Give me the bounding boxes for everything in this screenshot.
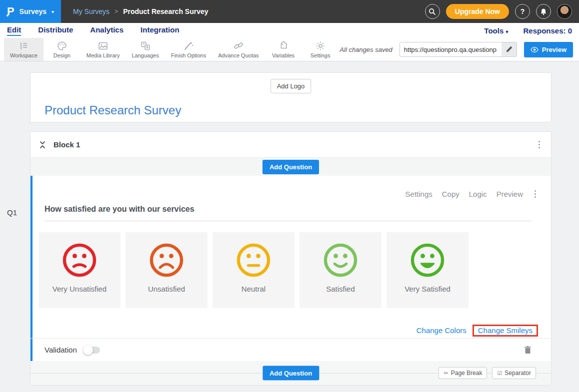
breadcrumb: My Surveys > Product Research Survey bbox=[73, 0, 208, 23]
block-title[interactable]: Block 1 bbox=[54, 140, 80, 149]
add-question-button-top[interactable]: Add Question bbox=[262, 160, 319, 174]
block-card: Block 1 Add Question Q1 SettingsCopyLogi… bbox=[30, 131, 552, 386]
toolbar-item-media-library[interactable]: Media Library bbox=[80, 38, 126, 61]
tab-edit[interactable]: Edit bbox=[7, 25, 21, 36]
breadcrumb-my-surveys[interactable]: My Surveys bbox=[73, 7, 110, 15]
smiley-option-label: Unsatisfied bbox=[148, 285, 185, 293]
block-menu-button[interactable] bbox=[536, 139, 542, 150]
toolbar-item-label: Settings bbox=[310, 52, 330, 58]
editor-toolbar: WorkspaceDesignMedia LibraryALanguagesFi… bbox=[0, 38, 579, 61]
page-break-button[interactable]: ✂ Page Break bbox=[438, 367, 487, 379]
toolbar-item-label: Workspace bbox=[10, 52, 38, 58]
survey-header-card: Add Logo Product Research Survey bbox=[30, 72, 552, 122]
survey-title[interactable]: Product Research Survey bbox=[44, 103, 181, 117]
bell-icon bbox=[540, 8, 547, 15]
smiley-option-label: Neutral bbox=[242, 285, 266, 293]
preview-button[interactable]: Preview bbox=[524, 42, 573, 57]
edit-url-button[interactable] bbox=[502, 46, 516, 53]
smile-big-smiley-icon bbox=[408, 241, 446, 279]
chevron-down-icon: ▾ bbox=[52, 9, 54, 14]
question-preview-link[interactable]: Preview bbox=[496, 190, 523, 198]
surveys-product-switcher[interactable]: P Surveys ▾ bbox=[0, 0, 61, 23]
smiley-option-label: Satisfied bbox=[326, 285, 355, 293]
checkbox-checked-icon: ☑ bbox=[497, 370, 502, 377]
separator-button[interactable]: ☑ Separator bbox=[492, 367, 536, 379]
upgrade-now-button[interactable]: Upgrade Now bbox=[446, 4, 509, 19]
workspace-icon bbox=[18, 40, 29, 51]
smiley-option-label: Very Satisfied bbox=[404, 285, 450, 293]
variables-icon bbox=[278, 40, 289, 51]
toolbar-items: WorkspaceDesignMedia LibraryALanguagesFi… bbox=[4, 38, 339, 61]
change-colors-link[interactable]: Change Colors bbox=[412, 324, 470, 337]
add-question-button-bottom[interactable]: Add Question bbox=[262, 366, 319, 381]
trash-icon bbox=[524, 346, 531, 354]
smiley-option-satisfied[interactable]: Satisfied bbox=[300, 232, 382, 308]
tools-menu[interactable]: Tools ▾ bbox=[484, 26, 508, 35]
question-number-label: Q1 bbox=[7, 208, 17, 217]
help-button[interactable]: ? bbox=[515, 4, 530, 19]
save-status-text: All changes saved bbox=[340, 46, 392, 53]
toolbar-item-languages[interactable]: ALanguages bbox=[126, 38, 164, 61]
validation-toggle[interactable] bbox=[83, 347, 100, 354]
toolbar-item-label: Languages bbox=[132, 52, 158, 58]
notifications-button[interactable] bbox=[536, 4, 551, 19]
user-avatar[interactable] bbox=[557, 4, 572, 19]
smiley-option-label: Very Unsatisfied bbox=[52, 285, 106, 293]
smiley-options-row: Very UnsatisfiedUnsatisfiedNeutralSatisf… bbox=[38, 232, 468, 308]
svg-text:A: A bbox=[146, 45, 148, 49]
toolbar-item-finish-options[interactable]: Finish Options bbox=[165, 38, 212, 61]
finish-options-icon bbox=[183, 40, 194, 51]
collapse-block-button[interactable] bbox=[40, 141, 46, 149]
question-text[interactable]: How satisfied are you with our services bbox=[44, 205, 532, 221]
toolbar-item-settings[interactable]: Settings bbox=[302, 38, 339, 61]
question-settings-link[interactable]: Settings bbox=[406, 190, 432, 198]
advance-quotas-icon bbox=[233, 40, 244, 51]
breadcrumb-separator-icon: > bbox=[114, 8, 118, 15]
toolbar-item-label: Variables bbox=[272, 52, 294, 58]
collapse-icon bbox=[40, 141, 46, 149]
validation-row: Validation bbox=[30, 338, 551, 361]
nav-tabs: EditDistributeAnalyticsIntegration bbox=[7, 25, 180, 36]
question-menu: SettingsCopyLogicPreview bbox=[406, 188, 538, 200]
smiley-option-very-satisfied[interactable]: Very Satisfied bbox=[386, 232, 468, 308]
block-header: Block 1 bbox=[30, 132, 551, 158]
toolbar-item-advance-quotas[interactable]: Advance Quotas bbox=[212, 38, 264, 61]
toolbar-item-workspace[interactable]: Workspace bbox=[4, 38, 44, 61]
neutral-smiley-icon bbox=[234, 241, 272, 279]
search-button[interactable] bbox=[425, 4, 440, 19]
tab-integration[interactable]: Integration bbox=[140, 25, 180, 36]
tab-analytics[interactable]: Analytics bbox=[90, 25, 124, 36]
top-header: P Surveys ▾ My Surveys > Product Researc… bbox=[0, 0, 579, 23]
smile-smiley-icon bbox=[322, 241, 360, 279]
design-icon bbox=[56, 40, 68, 51]
add-logo-button[interactable]: Add Logo bbox=[270, 79, 312, 93]
scissors-icon: ✂ bbox=[444, 370, 448, 377]
breadcrumb-current-survey: Product Research Survey bbox=[123, 7, 208, 15]
toolbar-item-label: Advance Quotas bbox=[218, 52, 258, 58]
survey-url-box bbox=[400, 42, 517, 57]
languages-icon: A bbox=[140, 40, 151, 51]
responses-count: Responses: 0 bbox=[523, 26, 572, 35]
workspace-canvas: Add Logo Product Research Survey Block 1… bbox=[0, 62, 579, 392]
question-more-menu-button[interactable] bbox=[532, 188, 538, 200]
toolbar-item-variables[interactable]: Variables bbox=[265, 38, 302, 61]
questionpro-logo-icon: P bbox=[7, 6, 14, 17]
smiley-option-neutral[interactable]: Neutral bbox=[212, 232, 294, 308]
add-question-row-top: Add Question bbox=[30, 158, 551, 176]
change-smileys-link[interactable]: Change Smileys bbox=[474, 324, 536, 337]
search-icon bbox=[428, 8, 436, 15]
tab-distribute[interactable]: Distribute bbox=[38, 25, 73, 36]
logo-label: Surveys bbox=[20, 7, 46, 15]
smiley-option-very-unsatisfied[interactable]: Very Unsatisfied bbox=[38, 232, 120, 308]
eye-icon bbox=[530, 47, 538, 52]
delete-question-button[interactable] bbox=[524, 346, 531, 354]
question-card: Q1 SettingsCopyLogicPreview How satisfie… bbox=[30, 176, 551, 361]
toolbar-item-design[interactable]: Design bbox=[44, 38, 80, 61]
question-copy-link[interactable]: Copy bbox=[442, 190, 460, 198]
question-mark-icon: ? bbox=[520, 7, 525, 15]
block-footer: Add Question ✂ Page Break ☑ Separator bbox=[30, 361, 551, 385]
question-logic-link[interactable]: Logic bbox=[469, 190, 487, 198]
survey-url-input[interactable] bbox=[400, 42, 502, 56]
settings-icon bbox=[315, 40, 326, 51]
smiley-option-unsatisfied[interactable]: Unsatisfied bbox=[126, 232, 208, 308]
